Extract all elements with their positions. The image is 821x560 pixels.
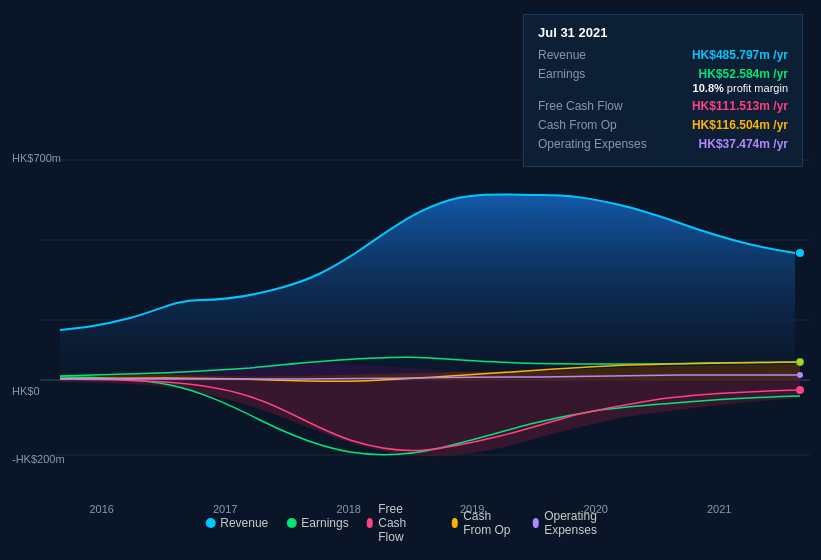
- legend-opex[interactable]: Operating Expenses: [533, 509, 616, 537]
- tooltip-earnings-value: HK$52.584m /yr: [693, 67, 788, 81]
- tooltip-row-fcf: Free Cash Flow HK$111.513m /yr: [538, 99, 788, 113]
- legend-dot-cashop: [452, 518, 459, 528]
- legend-label-cashop: Cash From Op: [463, 509, 514, 537]
- tooltip-box: Jul 31 2021 Revenue HK$485.797m /yr Earn…: [523, 14, 803, 167]
- tooltip-fcf-value: HK$111.513m /yr: [692, 99, 788, 113]
- y-label-zero: HK$0: [12, 385, 40, 397]
- legend-dot-earnings: [286, 518, 296, 528]
- legend-dot-fcf: [367, 518, 374, 528]
- x-label-2021: 2021: [707, 503, 731, 515]
- tooltip-row-opex: Operating Expenses HK$37.474m /yr: [538, 137, 788, 151]
- tooltip-date: Jul 31 2021: [538, 25, 788, 40]
- svg-point-8: [797, 359, 803, 365]
- legend-label-opex: Operating Expenses: [544, 509, 616, 537]
- tooltip-opex-label: Operating Expenses: [538, 137, 658, 151]
- legend-dot-revenue: [205, 518, 215, 528]
- y-label-neg: -HK$200m: [12, 453, 65, 465]
- svg-point-7: [796, 386, 804, 394]
- legend-cashop[interactable]: Cash From Op: [452, 509, 515, 537]
- tooltip-cashop-label: Cash From Op: [538, 118, 658, 132]
- tooltip-revenue-label: Revenue: [538, 48, 658, 62]
- x-label-2016: 2016: [90, 503, 114, 515]
- chart-legend: Revenue Earnings Free Cash Flow Cash Fro…: [205, 502, 616, 544]
- svg-point-9: [797, 372, 803, 378]
- tooltip-cashop-value: HK$116.504m /yr: [692, 118, 788, 132]
- tooltip-opex-value: HK$37.474m /yr: [699, 137, 788, 151]
- tooltip-row-cashop: Cash From Op HK$116.504m /yr: [538, 118, 788, 132]
- y-label-top: HK$700m: [12, 152, 61, 164]
- legend-revenue[interactable]: Revenue: [205, 516, 268, 530]
- tooltip-revenue-value: HK$485.797m /yr: [692, 48, 788, 62]
- legend-dot-opex: [533, 518, 540, 528]
- svg-point-5: [796, 249, 804, 257]
- tooltip-row-revenue: Revenue HK$485.797m /yr: [538, 48, 788, 62]
- tooltip-fcf-label: Free Cash Flow: [538, 99, 658, 113]
- legend-label-fcf: Free Cash Flow: [378, 502, 433, 544]
- legend-label-revenue: Revenue: [220, 516, 268, 530]
- tooltip-earnings-label: Earnings: [538, 67, 658, 81]
- legend-earnings[interactable]: Earnings: [286, 516, 348, 530]
- chart-container: HK$700m HK$0 -HK$200m 2016 2017 2018 201…: [0, 0, 821, 560]
- tooltip-earnings-margin: 10.8% profit margin: [693, 82, 788, 94]
- tooltip-row-earnings: Earnings HK$52.584m /yr 10.8% profit mar…: [538, 67, 788, 94]
- legend-label-earnings: Earnings: [301, 516, 348, 530]
- legend-fcf[interactable]: Free Cash Flow: [367, 502, 434, 544]
